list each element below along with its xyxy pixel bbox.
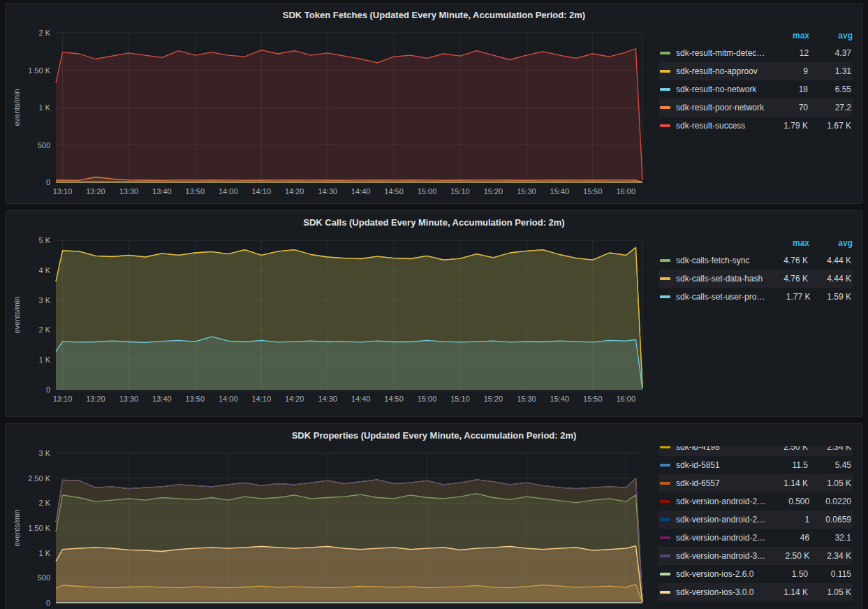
series-label[interactable]: sdk-version-android-2.5.0 [676,515,767,524]
max-value: 1.50 [765,569,808,579]
legend-row[interactable]: sdk-version-ios-3.0.01.14 K1.05 K [659,583,853,601]
series-label[interactable]: sdk-id-6557 [676,478,765,488]
series-swatch-icon[interactable] [660,52,670,54]
avg-value: 6.55 [808,85,851,94]
series-label[interactable]: sdk-calls-fetch-sync [676,256,765,265]
max-value: 0.500 [767,497,809,506]
series-label[interactable]: sdk-calls-set-data-hash [676,274,765,284]
series-swatch-icon[interactable] [660,591,670,594]
series-swatch-icon[interactable] [660,124,670,127]
x-axis-tick-label: 15:30 [517,395,536,403]
legend-header-max[interactable]: max [766,31,809,41]
avg-value: 5.45 [808,460,851,470]
chart-area[interactable]: 2 K1.50 K1 K5000events/min13:1013:2013:3… [10,26,654,202]
series-label[interactable]: sdk-result-success [676,121,765,131]
avg-value: 1.05 K [808,478,851,488]
series-fill [56,546,642,603]
series-label[interactable]: sdk-id-4198 [676,446,765,452]
series-swatch-icon[interactable] [660,106,670,109]
series-label[interactable]: sdk-version-android-2.4.0 [676,497,767,506]
x-axis-tick-label: 13:20 [86,395,105,403]
x-axis-tick-label: 14:50 [384,395,404,403]
series-label[interactable]: sdk-result-no-network [676,85,765,94]
y-axis-tick-label: 2.50 K [28,474,50,483]
series-label[interactable]: sdk-id-5851 [676,460,765,470]
max-value: 46 [767,533,809,543]
series-swatch-icon[interactable] [660,259,670,262]
legend-row[interactable]: sdk-id-65571.14 K1.05 K [659,474,853,492]
panel-title[interactable]: SDK Properties (Updated Every Minute, Ac… [6,424,862,443]
series-swatch-icon[interactable] [660,573,670,575]
series-swatch-icon[interactable] [660,277,670,280]
avg-value: 0.115 [808,569,851,579]
max-value: 4.76 K [765,274,808,284]
series-label[interactable]: sdk-result-mitm-detected [676,48,766,58]
legend-row[interactable]: sdk-version-android-3.0.02.50 K2.34 K [659,547,853,565]
max-value: 1.77 K [770,292,811,302]
legend-row[interactable]: sdk-calls-set-data-hash4.76 K4.44 K [659,270,853,288]
legend-row[interactable]: sdk-calls-set-user-property1.77 K1.59 K [659,288,853,306]
series-swatch-icon[interactable] [660,518,670,521]
legend-row[interactable]: sdk-result-success1.79 K1.67 K [659,117,853,135]
max-value: 1.14 K [765,478,808,488]
chart-canvas[interactable]: 2 K1.50 K1 K5000events/min13:1013:2013:3… [10,26,649,202]
legend-table: sdk-id-41982.50 K2.34 Ksdk-id-585111.55.… [654,446,858,609]
series-swatch-icon[interactable] [660,482,670,485]
max-value: 11.5 [765,460,808,470]
series-swatch-icon[interactable] [660,500,670,503]
x-axis-tick-label: 14:10 [251,395,271,403]
series-label[interactable]: sdk-version-ios-2.6.0 [676,569,765,579]
series-label[interactable]: sdk-result-no-approov [676,66,765,76]
avg-value: 4.44 K [808,274,851,284]
legend-row[interactable]: sdk-result-mitm-detected124.37 [659,44,853,62]
legend-header-avg[interactable]: avg [809,31,853,41]
x-axis-tick-label: 13:20 [86,187,105,196]
x-axis-tick-label: 14:30 [318,187,337,196]
legend-row[interactable]: sdk-version-android-2.5.010.0659 [659,511,853,529]
x-axis-tick-label: 15:20 [484,395,503,403]
legend-row[interactable]: sdk-id-41982.50 K2.34 K [659,446,853,456]
series-swatch-icon[interactable] [660,295,670,298]
panel-sdk-token-fetches: SDK Token Fetches (Updated Every Minute,… [5,3,863,204]
legend-rows: sdk-id-41982.50 K2.34 Ksdk-id-585111.55.… [659,446,853,601]
max-value: 1.79 K [765,121,808,131]
x-axis-tick-label: 13:40 [152,187,172,196]
chart-area[interactable]: 3 K2.50 K2 K1.50 K1 K5000events/min [10,446,654,609]
series-label[interactable]: sdk-version-android-3.0.0 [676,551,767,561]
series-label[interactable]: sdk-version-android-2.6.1 [676,533,767,543]
x-axis-tick-label: 13:10 [53,187,73,196]
series-label[interactable]: sdk-calls-set-user-property [676,292,770,302]
legend-row[interactable]: sdk-result-no-approov91.31 [659,62,853,80]
avg-value: 32.1 [809,533,851,543]
panel-title[interactable]: SDK Calls (Updated Every Minute, Accumul… [6,211,862,230]
x-axis-tick-label: 14:40 [351,395,371,403]
chart-canvas[interactable]: 3 K2.50 K2 K1.50 K1 K5000events/min [10,446,649,609]
series-swatch-icon[interactable] [660,88,670,91]
y-axis-tick-label: 1 K [38,355,50,364]
chart-canvas[interactable]: 5 K4 K3 K2 K1 K0events/min13:1013:2013:3… [10,233,649,409]
series-label[interactable]: sdk-result-poor-network [676,103,765,112]
legend-header-max[interactable]: max [766,238,809,248]
series-label[interactable]: sdk-version-ios-3.0.0 [676,587,765,597]
legend-row[interactable]: sdk-result-no-network186.55 [659,80,853,98]
legend-row[interactable]: sdk-result-poor-network7027.2 [659,98,853,117]
legend-header-avg[interactable]: avg [809,238,853,248]
panel-title[interactable]: SDK Token Fetches (Updated Every Minute,… [6,3,862,23]
legend-row[interactable]: sdk-version-ios-2.6.01.500.115 [659,565,853,583]
series-swatch-icon[interactable] [660,555,670,557]
y-axis-tick-label: 0 [46,386,50,394]
dashboard: SDK Token Fetches (Updated Every Minute,… [5,3,863,609]
legend-row[interactable]: sdk-version-android-2.4.00.5000.0220 [659,492,853,511]
legend-row[interactable]: sdk-id-585111.55.45 [659,456,853,474]
series-swatch-icon[interactable] [660,464,670,467]
series-swatch-icon[interactable] [660,70,670,73]
x-axis-tick-label: 15:40 [550,187,570,196]
legend-row[interactable]: sdk-calls-fetch-sync4.76 K4.44 K [659,251,853,270]
legend-row[interactable]: sdk-version-android-2.6.14632.1 [659,529,853,547]
series-swatch-icon[interactable] [660,446,670,448]
avg-value: 1.59 K [811,292,852,302]
legend-table: maxavgsdk-result-mitm-detected124.37sdk-… [654,26,858,202]
y-axis-tick-label: 1.50 K [28,66,50,75]
series-swatch-icon[interactable] [660,536,670,539]
chart-area[interactable]: 5 K4 K3 K2 K1 K0events/min13:1013:2013:3… [10,233,654,409]
